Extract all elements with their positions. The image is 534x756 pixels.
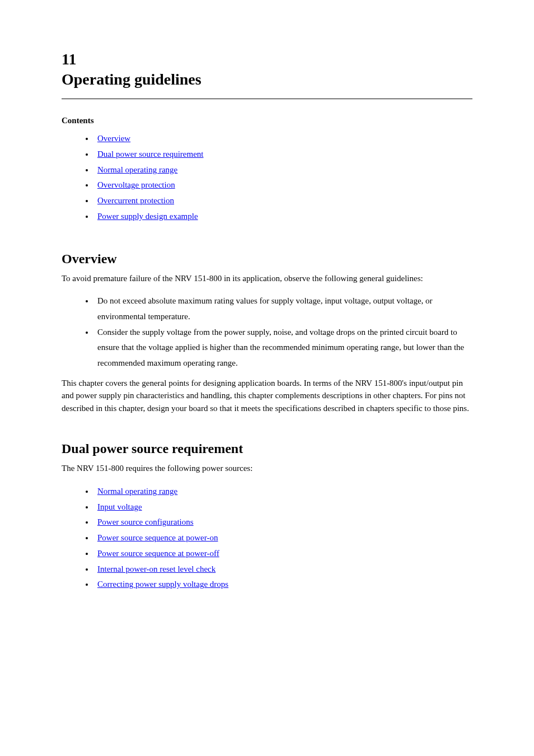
section-title: Operating guidelines	[62, 71, 472, 88]
dual-power-links: Normal operating range Input voltage Pow…	[62, 484, 472, 592]
contents-item: Normal operating range	[94, 162, 472, 178]
overview-followup: This chapter covers the general points f…	[62, 377, 472, 415]
contents-item: Dual power source requirement	[94, 147, 472, 162]
contents-item: Overvoltage protection	[94, 178, 472, 193]
page: 11 Operating guidelines Contents Overvie…	[0, 0, 534, 632]
dual-power-heading: Dual power source requirement	[62, 441, 472, 456]
contents-list: Overview Dual power source requirement N…	[62, 131, 472, 225]
overview-bullet: Do not exceed absolute maximum rating va…	[94, 293, 472, 325]
contents-link-overvoltage[interactable]: Overvoltage protection	[97, 180, 175, 189]
dual-power-item: Normal operating range	[94, 484, 472, 500]
dual-power-item: Power source sequence at power-off	[94, 546, 472, 562]
overview-bullets: Do not exceed absolute maximum rating va…	[62, 293, 472, 371]
contents-item: Power supply design example	[94, 209, 472, 225]
dual-power-item: Power source sequence at power-on	[94, 530, 472, 546]
link-normal-range[interactable]: Normal operating range	[97, 487, 177, 496]
link-seq-power-off[interactable]: Power source sequence at power-off	[97, 549, 219, 558]
dual-power-intro: The NRV 151-800 requires the following p…	[62, 462, 472, 475]
link-input-voltage[interactable]: Input voltage	[97, 502, 142, 511]
contents-link-overview[interactable]: Overview	[97, 134, 130, 143]
contents-link-normal-range[interactable]: Normal operating range	[97, 165, 177, 174]
link-power-configs[interactable]: Power source configurations	[97, 517, 194, 526]
link-reset-level[interactable]: Internal power-on reset level check	[97, 564, 216, 573]
overview-heading: Overview	[62, 251, 472, 267]
dual-power-item: Power source configurations	[94, 515, 472, 530]
title-rule	[62, 99, 472, 99]
contents-label: Contents	[62, 116, 472, 125]
contents-link-overcurrent[interactable]: Overcurrent protection	[97, 196, 174, 205]
dual-power-item: Correcting power supply voltage drops	[94, 577, 472, 592]
section-number: 11	[62, 50, 472, 68]
contents-item: Overcurrent protection	[94, 193, 472, 209]
overview-intro: To avoid premature failure of the NRV 15…	[62, 272, 472, 285]
link-seq-power-on[interactable]: Power source sequence at power-on	[97, 533, 218, 542]
contents-link-dual-power[interactable]: Dual power source requirement	[97, 150, 204, 158]
contents-link-design-example[interactable]: Power supply design example	[97, 212, 198, 221]
link-voltage-drops[interactable]: Correcting power supply voltage drops	[97, 580, 228, 589]
contents-item: Overview	[94, 131, 472, 147]
dual-power-item: Internal power-on reset level check	[94, 562, 472, 577]
dual-power-item: Input voltage	[94, 500, 472, 515]
overview-bullet: Consider the supply voltage from the pow…	[94, 325, 472, 371]
